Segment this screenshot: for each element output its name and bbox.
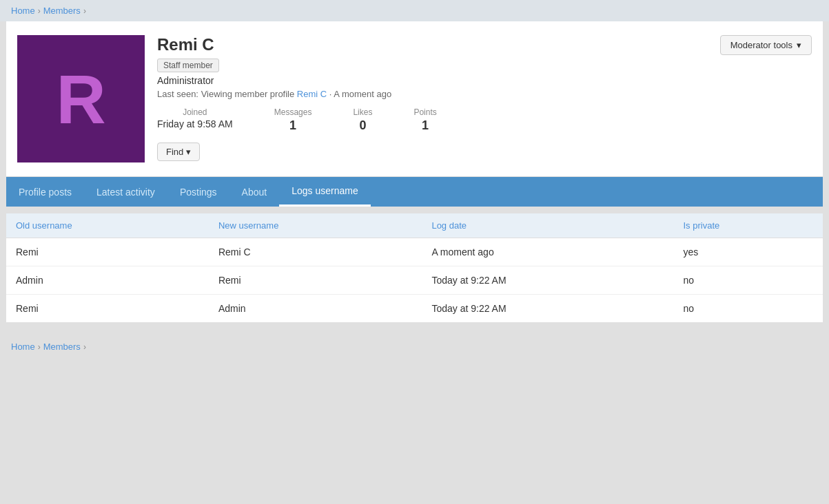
breadcrumb-bottom: Home › Members › <box>0 336 829 357</box>
footer-sep2: › <box>83 342 86 352</box>
stat-messages: Messages 1 <box>274 107 312 133</box>
table-body: Remi Remi C A moment ago yes Admin Remi … <box>6 238 823 323</box>
last-seen-time: · A moment ago <box>329 89 391 99</box>
table-row: Remi Admin Today at 9:22 AM no <box>6 295 823 323</box>
breadcrumb-top: Home › Members › <box>0 0 829 21</box>
cell-old-username: Remi <box>6 295 209 323</box>
staff-badge: Staff member <box>157 59 219 72</box>
cell-old-username: Remi <box>6 238 209 266</box>
find-button[interactable]: Find ▾ <box>157 143 200 161</box>
tab-about[interactable]: About <box>229 177 280 207</box>
footer-members-link[interactable]: Members <box>43 342 81 352</box>
tab-profile-posts[interactable]: Profile posts <box>6 177 84 207</box>
stat-points-label: Points <box>413 107 436 117</box>
last-seen-prefix: Last seen: <box>157 89 198 99</box>
col-is-private: Is private <box>673 213 823 238</box>
stat-points-value: 1 <box>422 118 429 133</box>
main-content: R Remi C Staff member Administrator Last… <box>6 21 823 322</box>
mod-tools-label: Moderator tools <box>730 40 792 50</box>
last-seen: Last seen: Viewing member profile Remi C… <box>157 89 812 99</box>
cell-old-username: Admin <box>6 266 209 295</box>
footer-home-link[interactable]: Home <box>11 342 35 352</box>
table-header-row: Old username New username Log date Is pr… <box>6 213 823 238</box>
profile-name: Remi C <box>157 35 812 54</box>
stat-likes-label: Likes <box>353 107 372 117</box>
avatar-letter: R <box>56 65 105 134</box>
table-head: Old username New username Log date Is pr… <box>6 213 823 238</box>
stat-joined: Joined Friday at 9:58 AM <box>157 107 233 133</box>
stat-likes-value: 0 <box>359 118 366 133</box>
stat-messages-value: 1 <box>289 118 296 133</box>
tabs-bar: Profile posts Latest activity Postings A… <box>6 177 823 207</box>
stat-points: Points 1 <box>413 107 436 133</box>
table-row: Admin Remi Today at 9:22 AM no <box>6 266 823 295</box>
table-row: Remi Remi C A moment ago yes <box>6 238 823 266</box>
profile-role: Administrator <box>157 75 812 86</box>
last-seen-link[interactable]: Remi C <box>297 89 327 99</box>
breadcrumb-home-link[interactable]: Home <box>11 6 35 16</box>
stat-joined-label: Joined <box>183 107 207 117</box>
profile-card: R Remi C Staff member Administrator Last… <box>6 21 823 177</box>
stat-messages-label: Messages <box>274 107 312 117</box>
tab-postings[interactable]: Postings <box>167 177 229 207</box>
cell-is-private: no <box>673 295 823 323</box>
cell-log-date: A moment ago <box>422 238 673 266</box>
footer-sep1: › <box>38 342 41 352</box>
cell-new-username: Remi C <box>209 238 422 266</box>
table-section: Old username New username Log date Is pr… <box>6 213 823 322</box>
cell-new-username: Remi <box>209 266 422 295</box>
breadcrumb-members-link[interactable]: Members <box>43 6 81 16</box>
find-button-label: Find <box>166 147 183 157</box>
cell-new-username: Admin <box>209 295 422 323</box>
breadcrumb-sep1: › <box>38 6 41 16</box>
log-table: Old username New username Log date Is pr… <box>6 213 823 322</box>
col-new-username: New username <box>209 213 422 238</box>
chevron-down-icon: ▾ <box>186 147 191 157</box>
moderator-tools-button[interactable]: Moderator tools ▾ <box>720 35 812 55</box>
chevron-down-icon: ▾ <box>797 40 801 50</box>
last-seen-action: Viewing member profile <box>201 89 297 99</box>
avatar: R <box>17 35 145 162</box>
col-old-username: Old username <box>6 213 209 238</box>
cell-is-private: yes <box>673 238 823 266</box>
breadcrumb-sep2: › <box>83 6 86 16</box>
cell-log-date: Today at 9:22 AM <box>422 266 673 295</box>
cell-log-date: Today at 9:22 AM <box>422 295 673 323</box>
col-log-date: Log date <box>422 213 673 238</box>
stat-joined-value: Friday at 9:58 AM <box>157 118 233 129</box>
stats-row: Joined Friday at 9:58 AM Messages 1 Like… <box>157 107 812 133</box>
stat-likes: Likes 0 <box>353 107 372 133</box>
tab-logs-username[interactable]: Logs username <box>279 177 371 207</box>
profile-info: Remi C Staff member Administrator Last s… <box>157 35 812 161</box>
tab-latest-activity[interactable]: Latest activity <box>84 177 167 207</box>
cell-is-private: no <box>673 266 823 295</box>
